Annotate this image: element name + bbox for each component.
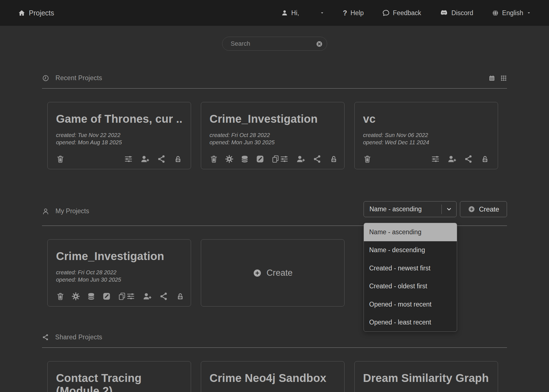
sort-selected-label: Name - ascending xyxy=(364,205,441,213)
navbar: Projects Hi, ? Help Feedback Discord Eng… xyxy=(0,0,549,26)
project-title: Crime_Investigation xyxy=(56,250,182,263)
sort-option[interactable]: Opened - most recent xyxy=(364,295,457,314)
trash-icon[interactable] xyxy=(363,155,372,163)
share-icon[interactable] xyxy=(157,155,166,163)
language-label: English xyxy=(502,9,523,17)
project-opened: opened: Mon Jun 30 2025 xyxy=(210,139,336,146)
caret-down-icon xyxy=(320,11,324,15)
globe-icon xyxy=(492,10,499,17)
user-menu[interactable]: Hi, xyxy=(281,9,324,17)
search-row xyxy=(0,37,549,51)
trash-icon[interactable] xyxy=(56,155,65,163)
project-title: vc xyxy=(363,112,489,125)
sort-option[interactable]: Name - ascending xyxy=(364,223,457,241)
help-label: Help xyxy=(350,9,364,17)
user-plus-icon[interactable] xyxy=(448,155,456,163)
create-button[interactable]: Create xyxy=(460,201,507,217)
sort-option[interactable]: Created - newest first xyxy=(364,259,457,277)
language-menu[interactable]: English xyxy=(492,9,531,17)
project-title: Crime_Investigation xyxy=(210,112,336,125)
chevron-down-icon xyxy=(446,206,452,213)
select-divider xyxy=(441,205,442,214)
question-icon: ? xyxy=(343,9,347,17)
project-title: Dream Similarity Graph xyxy=(363,372,489,384)
trash-icon[interactable] xyxy=(210,155,218,163)
sort-dropdown: Name - ascending Name - descending Creat… xyxy=(364,223,457,332)
discord-label: Discord xyxy=(452,9,473,17)
project-title: Crime Neo4j Sandbox xyxy=(210,372,336,384)
copy-icon[interactable] xyxy=(271,155,280,163)
share-icon[interactable] xyxy=(464,155,473,163)
home-icon xyxy=(18,9,25,17)
discord-icon xyxy=(440,9,448,17)
brand-label: Projects xyxy=(29,9,54,17)
section-title: Shared Projects xyxy=(55,333,102,341)
share-icon[interactable] xyxy=(313,155,322,163)
grid-view-icon[interactable] xyxy=(500,75,507,82)
person-icon xyxy=(42,208,49,215)
project-card[interactable]: Dream Similarity Graph xyxy=(354,361,498,392)
search-box xyxy=(222,37,327,51)
section-title: My Projects xyxy=(55,207,89,215)
project-card[interactable]: Game of Thrones, cur ... created: Tue No… xyxy=(47,102,191,169)
lock-eye-icon[interactable] xyxy=(174,155,182,163)
section-title: Recent Projects xyxy=(55,74,102,82)
calendar-view-icon[interactable] xyxy=(488,75,495,82)
sort-option[interactable]: Opened - least recent xyxy=(364,314,457,332)
project-card[interactable]: vc created: Sun Nov 06 2022 opened: Wed … xyxy=(354,102,498,169)
project-card[interactable]: Crime Neo4j Sandbox xyxy=(201,361,345,392)
project-created: created: Sun Nov 06 2022 xyxy=(363,131,489,139)
help-link[interactable]: ? Help xyxy=(343,9,364,17)
user-plus-icon[interactable] xyxy=(141,155,149,163)
my-projects-section: My Projects Name - ascending Create Name… xyxy=(42,201,507,307)
database-icon[interactable] xyxy=(87,292,96,301)
sliders-icon[interactable] xyxy=(431,155,440,163)
section-divider xyxy=(42,88,507,89)
search-input[interactable] xyxy=(222,37,327,50)
user-plus-icon[interactable] xyxy=(143,292,152,301)
project-created: created: Fri Oct 28 2022 xyxy=(56,269,182,276)
caret-down-icon xyxy=(527,11,531,15)
recent-projects-section: Recent Projects Game of Thrones, cur ...… xyxy=(42,74,507,169)
sort-option[interactable]: Name - descending xyxy=(364,241,457,259)
sliders-icon[interactable] xyxy=(126,292,135,301)
discord-link[interactable]: Discord xyxy=(440,9,473,17)
sliders-icon[interactable] xyxy=(124,155,133,163)
edit-icon[interactable] xyxy=(256,155,264,163)
plus-circle-icon xyxy=(253,268,262,278)
plus-circle-icon xyxy=(468,205,475,213)
project-created: created: Fri Oct 28 2022 xyxy=(210,131,336,139)
lock-eye-icon[interactable] xyxy=(329,155,338,163)
gear-icon[interactable] xyxy=(71,292,80,301)
create-tile-label: Create xyxy=(266,268,292,278)
clear-search-icon[interactable] xyxy=(316,40,323,48)
lock-eye-icon[interactable] xyxy=(481,155,489,163)
trash-icon[interactable] xyxy=(56,292,65,301)
project-card[interactable]: Crime_Investigation created: Fri Oct 28 … xyxy=(47,239,191,307)
projects-home-link[interactable]: Projects xyxy=(18,9,54,17)
project-opened: opened: Mon Aug 18 2025 xyxy=(56,139,182,146)
project-opened: opened: Mon Jun 30 2025 xyxy=(56,276,182,283)
share-icon[interactable] xyxy=(159,292,168,301)
greeting-label: Hi, xyxy=(291,9,299,17)
project-card[interactable]: Crime_Investigation created: Fri Oct 28 … xyxy=(201,102,345,169)
project-title: Game of Thrones, cur ... xyxy=(56,112,182,125)
comment-icon xyxy=(382,9,390,17)
gear-icon[interactable] xyxy=(225,155,234,163)
share-icon xyxy=(42,334,49,341)
edit-icon[interactable] xyxy=(102,292,111,301)
shared-projects-section: Shared Projects Contact Tracing (Module … xyxy=(42,333,507,392)
project-created: created: Tue Nov 22 2022 xyxy=(56,131,182,139)
feedback-link[interactable]: Feedback xyxy=(382,9,421,17)
user-plus-icon[interactable] xyxy=(296,155,305,163)
database-icon[interactable] xyxy=(240,155,249,163)
sort-select[interactable]: Name - ascending xyxy=(364,201,457,217)
copy-icon[interactable] xyxy=(118,292,126,301)
sliders-icon[interactable] xyxy=(280,155,289,163)
feedback-label: Feedback xyxy=(393,9,421,17)
section-divider xyxy=(42,347,507,348)
sort-option[interactable]: Created - oldest first xyxy=(364,277,457,296)
create-project-tile[interactable]: Create xyxy=(201,239,345,307)
lock-eye-icon[interactable] xyxy=(176,292,185,301)
project-card[interactable]: Contact Tracing (Module 2) xyxy=(47,361,191,392)
